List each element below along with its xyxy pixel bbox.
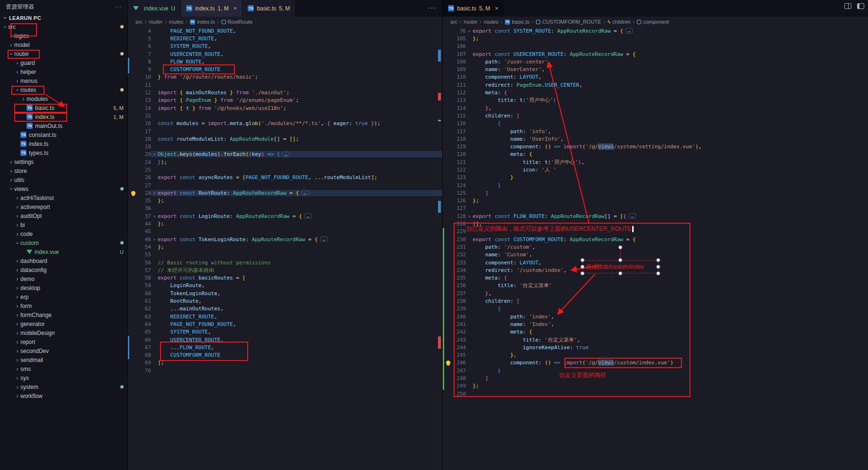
breadcrumb-item-routes[interactable]: routes	[169, 19, 184, 25]
code-line-57[interactable]: 57// 未经许可的基本路由	[128, 266, 442, 274]
code-line-body[interactable]: export const asyncRoutes = [PAGE_NOT_FOU…	[151, 174, 442, 181]
tree-item-index.vue[interactable]: ›index.vueU	[0, 247, 127, 256]
code-line-115[interactable]: 115 children: [	[443, 112, 868, 119]
code-line-body[interactable]: export const USERCENTER_ROUTE: AppRouteR…	[466, 51, 868, 57]
code-line-body[interactable]: }];	[466, 221, 868, 227]
code-line-body[interactable]: };	[466, 36, 868, 42]
tree-item-router[interactable]: ›router	[0, 49, 127, 58]
tree-item-generator[interactable]: ›generator	[0, 319, 127, 328]
code-line-body[interactable]: component: () => import('/@/views/custom…	[466, 360, 868, 366]
code-line-76[interactable]: 76›export const SYSTEM_ROUTE: AppRouteRe…	[443, 27, 868, 35]
tab-index.vue[interactable]: index.vueU	[128, 0, 181, 17]
fold-chevron-icon[interactable]: ›	[151, 151, 158, 157]
tree-item-store[interactable]: ›store	[0, 166, 127, 175]
tree-item-sys[interactable]: ›sys	[0, 373, 127, 382]
code-line-236[interactable]: 236 title: '自定义菜单'	[443, 282, 868, 289]
tree-item-modules[interactable]: ›modules	[0, 94, 127, 103]
code-line-body[interactable]: title: t('用户中心')	[466, 97, 868, 104]
tree-item-index.ts[interactable]: ›TSindex.ts	[0, 139, 127, 148]
code-line-109[interactable]: 109 name: 'UserCenter',	[443, 65, 868, 73]
code-line-body[interactable]: meta: {	[466, 275, 868, 281]
code-line-5[interactable]: 5 REDIRECT_ROUTE,	[128, 35, 442, 42]
code-line-body[interactable]: meta: {	[466, 151, 868, 157]
code-line-62[interactable]: 62 ...mainOutRoutes,	[128, 305, 442, 313]
code-line-45[interactable]: 45	[128, 228, 442, 235]
tab-basic.ts[interactable]: TSbasic.ts5, M×	[443, 0, 504, 17]
breadcrumb-item-basic.ts[interactable]: TSbasic.ts	[505, 19, 529, 25]
code-line-46[interactable]: 46›export const TokenLoginRoute: AppRout…	[128, 235, 442, 243]
code-line-64[interactable]: 64 PAGE_NOT_FOUND_ROUTE,	[128, 320, 442, 328]
code-line-55[interactable]: 55	[128, 251, 442, 259]
folded-region-ellipsis[interactable]: …	[282, 152, 289, 157]
code-line-60[interactable]: 60 TokenLoginRoute,	[128, 289, 442, 297]
tree-item-logics[interactable]: ›logics	[0, 31, 127, 40]
code-line-241[interactable]: 241 name: 'Index',	[443, 320, 868, 328]
code-line-body[interactable]: import { PageEnum } from '/@/enums/pageE…	[151, 97, 442, 103]
code-line-28[interactable]: 28›export const RootRoute: AppRouteRecor…	[128, 189, 442, 197]
code-line-body[interactable]: component: () => import('/@/views/system…	[466, 144, 868, 150]
code-line-body[interactable]: USERCENTER_ROUTE,	[151, 51, 442, 57]
tree-item-mainOut.ts[interactable]: ›TSmainOut.ts	[0, 121, 127, 130]
tree-item-settings[interactable]: ›settings	[0, 157, 127, 166]
code-line-body[interactable]: }	[466, 368, 868, 374]
code-line-body[interactable]: // Basic routing without permissions	[151, 260, 442, 266]
code-line-37[interactable]: 37›export const LoginRoute: AppRouteReco…	[128, 212, 442, 220]
breadcrumb-item-RootRoute[interactable]: RootRoute	[222, 19, 253, 25]
tree-item-erp[interactable]: ›erp	[0, 292, 127, 301]
fold-chevron-icon[interactable]: ›	[151, 213, 158, 219]
code-line-17[interactable]: 17	[128, 127, 442, 135]
code-line-13[interactable]: 13import { PageEnum } from '/@/enums/pag…	[128, 97, 442, 104]
breadcrumb-item-component[interactable]: component	[637, 19, 669, 25]
code-line-11[interactable]: 11	[128, 81, 442, 89]
code-editor[interactable]: 76›export const SYSTEM_ROUTE: AppRouteRe…	[443, 27, 868, 470]
code-line-body[interactable]: USERCENTER_ROUTE,	[151, 337, 442, 343]
code-line-235[interactable]: 235 meta: {	[443, 274, 868, 282]
tree-item-mobileDesign[interactable]: ›mobileDesign	[0, 328, 127, 337]
lightbulb-icon[interactable]	[446, 361, 450, 365]
lightbulb-icon[interactable]	[131, 191, 135, 195]
folded-region-ellipsis[interactable]: …	[626, 28, 633, 34]
tree-item-views[interactable]: ›views	[0, 184, 127, 193]
code-line-106[interactable]: 106	[443, 43, 868, 50]
code-line-110[interactable]: 110 component: LAYOUT,	[443, 73, 868, 81]
folded-region-ellipsis[interactable]: …	[304, 213, 312, 219]
tree-item-report[interactable]: ›report	[0, 337, 127, 346]
code-line-body[interactable]: ›Object.keys(modules).forEach((key) => {…	[151, 151, 442, 157]
code-line-120[interactable]: 120 meta: {	[443, 151, 868, 158]
code-line-body[interactable]: ignoreKeepAlive: true	[466, 344, 868, 351]
breadcrumb-item-children[interactable]: ϟchildren	[608, 19, 630, 25]
code-line-228[interactable]: 228}];	[443, 220, 868, 227]
breadcrumb-item-src[interactable]: src	[450, 19, 457, 25]
code-line-body[interactable]: }	[466, 174, 868, 181]
code-line-body[interactable]: ]	[466, 190, 868, 196]
tree-item-formChange[interactable]: ›formChange	[0, 310, 127, 319]
code-line-body[interactable]: ];	[151, 360, 442, 366]
tree-item-bi[interactable]: ›bi	[0, 220, 127, 229]
code-line-body[interactable]: const modules = import.meta.glob('./modu…	[151, 120, 442, 127]
code-line-body[interactable]: path: '/user-center',	[466, 59, 868, 65]
code-line-118[interactable]: 118 name: 'UserInfo',	[443, 135, 868, 143]
code-line-65[interactable]: 65 SYSTEM_ROUTE,	[128, 328, 442, 336]
code-line-248[interactable]: 248 ]	[443, 374, 868, 382]
code-line-113[interactable]: 113 title: t('用户中心')	[443, 97, 868, 104]
code-line-body[interactable]: ›export const RootRoute: AppRouteRecordR…	[151, 190, 442, 196]
code-line-245[interactable]: 245 },	[443, 351, 868, 359]
tree-item-actHiTaskinst[interactable]: ›actHiTaskinst	[0, 193, 127, 202]
code-line-66[interactable]: 66 USERCENTER_ROUTE,	[128, 336, 442, 343]
code-line-body[interactable]: ›export const LoginRoute: AppRouteRecord…	[151, 213, 442, 219]
code-line-68[interactable]: 68 CUSTOMFORM_ROUTE	[128, 351, 442, 359]
code-line-59[interactable]: 59 LoginRoute,	[128, 282, 442, 289]
tree-item-workflow[interactable]: ›workflow	[0, 391, 127, 400]
breadcrumb-item-CUSTOMFORM_ROUTE[interactable]: CUSTOMFORM_ROUTE	[536, 19, 601, 25]
tree-item-dataconfig[interactable]: ›dataconfig	[0, 265, 127, 274]
code-line-body[interactable]: };	[151, 244, 442, 250]
code-line-body[interactable]: SYSTEM_ROUTE,	[151, 43, 442, 49]
more-actions-icon[interactable]: ···	[115, 3, 122, 10]
code-line-body[interactable]: title: '自定义菜单'	[466, 282, 868, 289]
code-line-body[interactable]: LoginRoute,	[151, 282, 442, 289]
code-line-body[interactable]: PAGE_NOT_FOUND_ROUTE,	[151, 28, 442, 34]
tree-item-model[interactable]: ›model	[0, 40, 127, 49]
tree-item-secondDev[interactable]: ›secondDev	[0, 346, 127, 355]
code-line-25[interactable]: 25	[128, 166, 442, 173]
breadcrumb-item-index.ts[interactable]: TSindex.ts	[190, 19, 215, 25]
